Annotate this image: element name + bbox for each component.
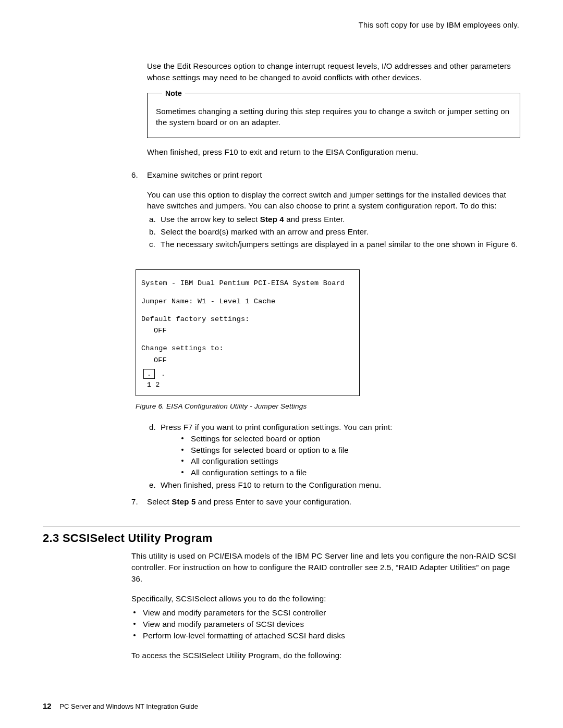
footer-title: PC Server and Windows NT Integration Gui… (59, 702, 198, 710)
note-box: Note Sometimes changing a setting during… (147, 93, 520, 139)
step-6d-item-0: Settings for selected board or option (181, 433, 520, 445)
s23-p2: Specifically, SCSISelect allows you to d… (131, 593, 520, 604)
figure-6-body: System - IBM Dual Pentium PCI-EISA Syste… (141, 278, 354, 390)
section-separator (43, 526, 520, 526)
jumper-graphic: .. (143, 369, 354, 379)
step-6d-intro: Press F7 if you want to print configurat… (161, 423, 393, 431)
step-6: 6. Examine switches or print report You … (131, 169, 520, 491)
figure-6-box: System - IBM Dual Pentium PCI-EISA Syste… (136, 269, 360, 396)
fig-sys-line: System - IBM Dual Pentium PCI-EISA Syste… (141, 278, 354, 289)
page-number: 12 (43, 701, 52, 710)
step-6a-marker: a. (149, 214, 156, 225)
page-footer: 12 PC Server and Windows NT Integration … (43, 701, 198, 710)
fig-default-label: Default factory settings: (141, 314, 354, 325)
step-6c: c. The necessary switch/jumpers settings… (147, 239, 520, 250)
step-7-post: and press Enter to save your configurati… (195, 497, 351, 506)
after-note-paragraph: When finished, press F10 to exit and ret… (147, 146, 520, 158)
step-6e: e. When finished, press F10 to return to… (147, 479, 520, 491)
step-6e-marker: e. (149, 479, 156, 491)
s23-bullet-2: Perform low-level formatting of attached… (133, 630, 520, 641)
s23-p3: To access the SCSISelect Utility Program… (131, 650, 520, 661)
confidential-header: This soft copy for use by IBM employees … (43, 21, 519, 29)
step-6c-marker: c. (149, 239, 155, 250)
fig-jumper-line: Jumper Name: W1 - Level 1 Cache (141, 297, 354, 307)
jumper-labels: 1 2 (141, 380, 354, 390)
fig-change-val: OFF (141, 355, 354, 366)
page: This soft copy for use by IBM employees … (0, 0, 563, 728)
step-6d-item-2: All configuration settings (181, 455, 520, 467)
s23-bullet-1: View and modify parameters of SCSI devic… (133, 619, 520, 630)
step-6c-text: The necessary switch/jumpers settings ar… (161, 240, 518, 249)
step-7-bold: Step 5 (172, 497, 195, 506)
section-2-3-heading: 2.3 SCSISelect Utility Program (43, 532, 520, 545)
step-7-pre: Select (147, 497, 172, 506)
step-6a: a. Use the arrow key to select Step 4 an… (147, 214, 520, 225)
step-6b-marker: b. (149, 226, 156, 238)
step-6a-pre: Use the arrow key to select (161, 215, 260, 224)
step-6d: d. Press F7 if you want to print configu… (147, 422, 520, 478)
note-text: Sometimes changing a setting during this… (156, 106, 511, 129)
step-6d-item-3: All configuration settings to a file (181, 467, 520, 478)
step-6b: b. Select the board(s) marked with an ar… (147, 226, 520, 238)
step-6-marker: 6. (131, 169, 138, 181)
section-2-3-body: This utility is used on PCI/EISA models … (131, 550, 520, 661)
fig-default-val: OFF (141, 326, 354, 336)
s23-bullet-0: View and modify parameters for the SCSI … (133, 607, 520, 619)
step-6b-text: Select the board(s) marked with an arrow… (161, 227, 369, 236)
note-label: Note (162, 88, 185, 98)
step-6e-text: When finished, press F10 to return to th… (161, 480, 381, 489)
step-6-title: Examine switches or print report (147, 169, 520, 181)
jumper-pin-2: . (155, 371, 165, 378)
main-body: Use the Edit Resources option to change … (147, 60, 520, 507)
step-6a-post: and press Enter. (284, 215, 345, 224)
jumper-pin-1: . (143, 369, 155, 379)
s23-p1: This utility is used on PCI/EISA models … (131, 550, 520, 584)
step-6d-marker: d. (149, 422, 156, 433)
intro-paragraph: Use the Edit Resources option to change … (147, 60, 520, 83)
step-6a-bold: Step 4 (260, 215, 284, 224)
step-7-marker: 7. (131, 496, 138, 508)
step-6-desc: You can use this option to display the c… (147, 189, 520, 212)
fig-change-label: Change settings to: (141, 343, 354, 354)
figure-6-caption: Figure 6. EISA Configuration Utility - J… (136, 401, 520, 412)
step-7: 7. Select Step 5 and press Enter to save… (131, 496, 520, 508)
step-6d-item-1: Settings for selected board or option to… (181, 445, 520, 456)
